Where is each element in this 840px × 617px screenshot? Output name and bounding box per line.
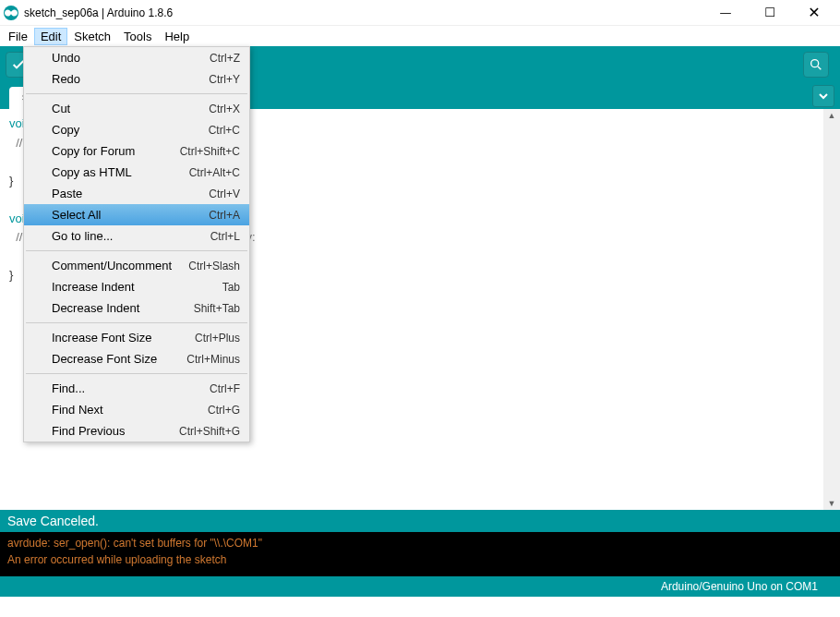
- menu-item-shortcut: Ctrl+Z: [210, 52, 240, 65]
- titlebar: sketch_sep06a | Arduino 1.8.6 — ☐ ✕: [0, 0, 840, 26]
- menu-item-shortcut: Ctrl+Minus: [186, 353, 240, 366]
- menu-item-copy-as-html[interactable]: Copy as HTMLCtrl+Alt+C: [24, 162, 249, 183]
- menu-item-shortcut: Ctrl+A: [209, 209, 240, 222]
- menu-item-undo[interactable]: UndoCtrl+Z: [24, 47, 249, 68]
- menu-item-label: Decrease Font Size: [52, 352, 186, 366]
- minimize-button[interactable]: —: [703, 0, 748, 25]
- magnifier-icon: [809, 57, 823, 72]
- menu-item-shortcut: Ctrl+X: [209, 103, 240, 115]
- console-line: avrdude: ser_open(): can't set buffers f…: [7, 537, 262, 550]
- menu-item-label: Copy as HTML: [52, 165, 189, 179]
- menu-sketch[interactable]: Sketch: [67, 28, 117, 45]
- menu-item-select-all[interactable]: Select AllCtrl+A: [24, 204, 249, 225]
- menu-item-shortcut: Ctrl+C: [209, 124, 240, 137]
- menu-item-shortcut: Ctrl+Shift+C: [180, 145, 240, 158]
- menu-item-label: Decrease Indent: [52, 301, 194, 315]
- menu-separator: [26, 93, 247, 94]
- tab-menu-button[interactable]: [812, 85, 834, 107]
- menu-tools[interactable]: Tools: [117, 28, 158, 45]
- menu-item-find-previous[interactable]: Find PreviousCtrl+Shift+G: [24, 420, 249, 442]
- close-button[interactable]: ✕: [792, 0, 836, 25]
- chevron-down-icon: [818, 91, 829, 102]
- menu-item-shortcut: Ctrl+L: [210, 230, 240, 243]
- bottom-status-bar: Arduino/Genuino Uno on COM1: [0, 576, 840, 597]
- menu-item-shortcut: Ctrl+V: [209, 188, 240, 200]
- arduino-logo-icon: [4, 6, 18, 20]
- menu-item-comment-uncomment[interactable]: Comment/UncommentCtrl+Slash: [24, 255, 249, 276]
- menu-item-shortcut: Ctrl+Slash: [188, 260, 240, 272]
- menu-item-redo[interactable]: RedoCtrl+Y: [24, 68, 249, 90]
- menu-item-copy[interactable]: CopyCtrl+C: [24, 119, 249, 140]
- console-line: An error occurred while uploading the sk…: [7, 553, 226, 566]
- menu-item-label: Redo: [52, 72, 209, 86]
- menu-item-label: Cut: [52, 102, 209, 115]
- menu-item-label: Find Next: [52, 403, 208, 417]
- menu-separator: [26, 322, 247, 323]
- menu-item-label: Copy: [52, 123, 209, 137]
- menu-item-cut[interactable]: CutCtrl+X: [24, 98, 249, 119]
- menu-file[interactable]: File: [2, 28, 34, 45]
- menu-item-label: Find Previous: [52, 424, 179, 438]
- menu-item-shortcut: Ctrl+Y: [209, 73, 240, 86]
- svg-point-0: [811, 60, 819, 67]
- menu-item-increase-indent[interactable]: Increase IndentTab: [24, 276, 249, 297]
- menu-item-label: Increase Font Size: [52, 331, 195, 345]
- menu-item-shortcut: Ctrl+Shift+G: [179, 425, 240, 438]
- menu-item-shortcut: Tab: [222, 281, 240, 294]
- menu-item-label: Undo: [52, 51, 210, 65]
- menu-item-find[interactable]: Find...Ctrl+F: [24, 378, 249, 399]
- menu-item-shortcut: Ctrl+Alt+C: [189, 166, 240, 179]
- menu-item-label: Increase Indent: [52, 280, 222, 294]
- menu-item-label: Find...: [52, 381, 210, 395]
- serial-monitor-button[interactable]: [803, 52, 829, 78]
- editor-scrollbar[interactable]: ▲ ▼: [823, 109, 840, 510]
- menu-item-find-next[interactable]: Find NextCtrl+G: [24, 399, 249, 420]
- menu-item-shortcut: Ctrl+Plus: [195, 332, 240, 345]
- console[interactable]: avrdude: ser_open(): can't set buffers f…: [0, 532, 840, 576]
- menu-item-go-to-line[interactable]: Go to line...Ctrl+L: [24, 225, 249, 247]
- scroll-down-icon[interactable]: ▼: [826, 497, 838, 510]
- menu-item-shortcut: Ctrl+G: [208, 404, 240, 417]
- maximize-button[interactable]: ☐: [748, 0, 792, 25]
- menu-item-label: Comment/Uncomment: [52, 259, 188, 272]
- menu-item-shortcut: Ctrl+F: [210, 382, 240, 395]
- menu-item-shortcut: Shift+Tab: [194, 302, 240, 315]
- menu-item-increase-font-size[interactable]: Increase Font SizeCtrl+Plus: [24, 327, 249, 348]
- board-port-info: Arduino/Genuino Uno on COM1: [661, 580, 818, 593]
- menu-help[interactable]: Help: [158, 28, 196, 45]
- status-message-bar: Save Canceled.: [0, 510, 840, 532]
- menu-item-paste[interactable]: PasteCtrl+V: [24, 183, 249, 204]
- menu-item-label: Copy for Forum: [52, 144, 180, 158]
- menu-item-copy-for-forum[interactable]: Copy for ForumCtrl+Shift+C: [24, 140, 249, 162]
- menu-item-label: Select All: [52, 208, 209, 222]
- menu-edit[interactable]: Edit: [34, 28, 67, 45]
- menu-separator: [26, 373, 247, 374]
- scroll-up-icon[interactable]: ▲: [826, 109, 838, 122]
- edit-menu-dropdown: UndoCtrl+ZRedoCtrl+YCutCtrl+XCopyCtrl+CC…: [23, 46, 250, 442]
- menu-item-label: Paste: [52, 187, 209, 200]
- menubar: File Edit Sketch Tools Help: [0, 26, 840, 46]
- window-controls: — ☐ ✕: [703, 0, 836, 25]
- menu-item-decrease-indent[interactable]: Decrease IndentShift+Tab: [24, 297, 249, 319]
- status-message-text: Save Canceled.: [7, 514, 99, 528]
- menu-separator: [26, 250, 247, 251]
- window-title: sketch_sep06a | Arduino 1.8.6: [24, 6, 703, 19]
- menu-item-decrease-font-size[interactable]: Decrease Font SizeCtrl+Minus: [24, 348, 249, 369]
- menu-item-label: Go to line...: [52, 229, 210, 243]
